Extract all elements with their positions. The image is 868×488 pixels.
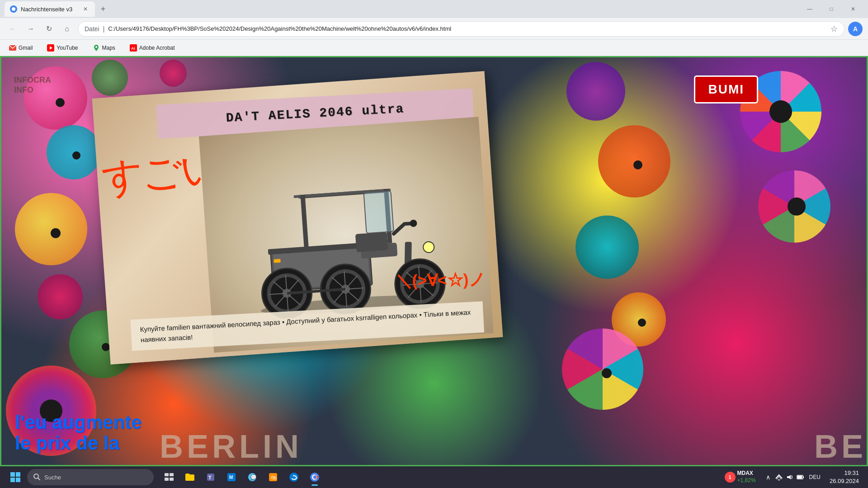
chrome-icon xyxy=(309,472,320,483)
svg-text:🛍: 🛍 xyxy=(271,474,276,481)
svg-text:T: T xyxy=(208,475,212,480)
chat-icon: 💬 xyxy=(247,472,258,483)
bookmark-star-icon[interactable]: ☆ xyxy=(830,24,838,34)
maximize-button[interactable]: □ xyxy=(821,2,842,16)
clock-time: 19:31 xyxy=(830,469,859,477)
tray-network-icon[interactable] xyxy=(775,473,783,481)
app4-button[interactable]: M xyxy=(222,467,241,487)
url-path: C:/Users/49176/Desktop/FH%3BP/SoSe%20202… xyxy=(108,25,451,32)
stock-info: MDAX +1,82% xyxy=(737,470,756,484)
svg-point-65 xyxy=(313,476,316,479)
bookmark-gmail[interactable]: Gmail xyxy=(5,42,36,53)
svg-rect-13 xyxy=(300,195,308,249)
horizontal-scrollbar[interactable] xyxy=(1,465,867,466)
tab-area: Nachrichtenseite v3 ✕ + xyxy=(5,1,796,17)
window-controls: — □ ✕ xyxy=(799,2,863,16)
navigation-bar: ← → ↻ ⌂ Datei | C:/Users/49176/Desktop/F… xyxy=(0,18,868,40)
svg-rect-52 xyxy=(165,478,169,481)
address-bar[interactable]: Datei | C:/Users/49176/Desktop/FH%3BP/So… xyxy=(78,21,844,37)
svg-rect-68 xyxy=(797,476,802,479)
taskview-button[interactable] xyxy=(159,467,179,487)
svg-point-62 xyxy=(289,473,298,482)
tab-favicon xyxy=(10,5,17,13)
chrome-button[interactable] xyxy=(305,467,325,487)
page-body: INFOCRA INFO BUMI DA'T AELIS 2046 ultra … xyxy=(1,57,867,465)
teams-button[interactable]: T xyxy=(201,467,221,487)
teams-icon: T xyxy=(205,472,216,483)
minimize-button[interactable]: — xyxy=(799,2,820,16)
bookmark-maps[interactable]: Maps xyxy=(89,42,119,53)
svg-point-4 xyxy=(95,46,97,48)
search-placeholder: Suche xyxy=(44,474,61,481)
svg-rect-43 xyxy=(274,259,281,263)
svg-point-41 xyxy=(423,241,434,253)
system-tray: 1 MDAX +1,82% ∧ xyxy=(720,468,863,486)
youtube-icon xyxy=(47,44,54,52)
bumi-button[interactable]: BUMI xyxy=(694,75,758,103)
forward-button[interactable]: → xyxy=(24,22,38,36)
folder-icon xyxy=(184,472,195,483)
tray-sound-icon[interactable] xyxy=(786,473,794,481)
search-icon xyxy=(33,474,41,481)
windows-logo-icon xyxy=(10,472,20,482)
be-text-right: BE xyxy=(814,428,867,465)
svg-point-17 xyxy=(410,220,417,227)
edge-icon xyxy=(288,472,299,483)
tray-battery-icon[interactable] xyxy=(797,473,805,481)
svg-line-49 xyxy=(38,478,40,480)
app4-icon: M xyxy=(226,472,237,483)
maps-icon xyxy=(93,44,100,52)
profile-button[interactable]: A xyxy=(848,22,863,36)
svg-rect-46 xyxy=(10,478,15,482)
start-button[interactable] xyxy=(5,467,25,487)
vehicle-illustration xyxy=(228,148,464,322)
svg-rect-53 xyxy=(170,478,174,481)
tab-title: Nachrichtenseite v3 xyxy=(21,6,78,13)
svg-rect-51 xyxy=(170,473,174,476)
taskbar-search-bar[interactable]: Suche xyxy=(27,469,154,485)
svg-point-66 xyxy=(778,479,779,481)
svg-point-0 xyxy=(12,7,15,11)
taskbar-app-icons: T M 💬 🛍 xyxy=(159,467,325,487)
gmail-icon xyxy=(9,44,16,52)
svg-rect-42 xyxy=(363,191,393,233)
new-tab-button[interactable]: + xyxy=(97,3,109,15)
reload-button[interactable]: ↻ xyxy=(42,22,56,36)
store-button[interactable]: 🛍 xyxy=(263,467,283,487)
svg-rect-47 xyxy=(16,478,20,482)
stock-ticker[interactable]: 1 MDAX +1,82% xyxy=(720,468,760,486)
bookmarks-bar: Gmail YouTube Maps Ai Adobe Acrobat xyxy=(0,40,868,56)
edge-button[interactable] xyxy=(284,467,304,487)
store-icon: 🛍 xyxy=(268,472,278,483)
acrobat-icon: Ai xyxy=(130,44,137,52)
svg-rect-45 xyxy=(16,472,20,477)
tray-show-hidden[interactable]: ∧ xyxy=(764,473,772,481)
infocra-watermark: INFOCRA INFO xyxy=(14,75,51,95)
file-explorer-button[interactable] xyxy=(180,467,200,487)
chat-button[interactable]: 💬 xyxy=(242,467,262,487)
bookmark-youtube[interactable]: YouTube xyxy=(43,42,81,53)
svg-rect-44 xyxy=(10,472,15,477)
tray-icons-group: ∧ xyxy=(764,473,822,481)
svg-text:💬: 💬 xyxy=(250,474,257,480)
back-button[interactable]: ← xyxy=(5,22,20,36)
svg-text:M: M xyxy=(229,475,233,480)
french-headline-text: l'eu augmente le prix de la xyxy=(15,412,142,454)
taskview-icon xyxy=(164,472,175,483)
tab-close-button[interactable]: ✕ xyxy=(81,5,90,13)
taskbar: Suche T xyxy=(0,466,868,488)
system-clock[interactable]: 19:31 26.09.2024 xyxy=(826,469,863,485)
url-scheme: Datei xyxy=(85,25,99,33)
svg-rect-16 xyxy=(355,232,388,252)
language-label[interactable]: DEU xyxy=(807,473,822,481)
product-title: DA'T AELIS 2046 ultra xyxy=(226,102,405,125)
svg-rect-50 xyxy=(165,473,169,476)
close-button[interactable]: ✕ xyxy=(843,2,863,16)
active-tab[interactable]: Nachrichtenseite v3 ✕ xyxy=(5,1,95,17)
main-product-card: DA'T AELIS 2046 ultra すごい xyxy=(92,71,503,364)
bookmark-acrobat[interactable]: Ai Adobe Acrobat xyxy=(126,42,179,53)
title-bar: Nachrichtenseite v3 ✕ + — □ ✕ xyxy=(0,0,868,18)
web-content-area: INFOCRA INFO BUMI DA'T AELIS 2046 ultra … xyxy=(0,56,868,466)
home-button[interactable]: ⌂ xyxy=(60,22,74,36)
clock-date: 26.09.2024 xyxy=(830,477,859,485)
